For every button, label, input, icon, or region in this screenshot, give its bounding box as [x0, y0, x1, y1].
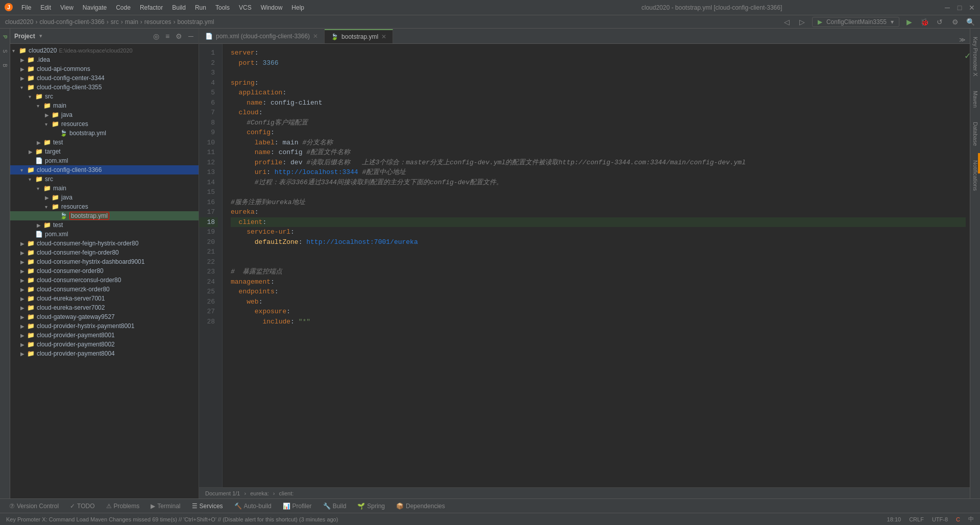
tree-item-eureka-server7001[interactable]: ▶ 📁 cloud-eureka-server7001 [10, 294, 199, 303]
project-hide-btn[interactable]: ─ [187, 31, 194, 41]
tree-label: main [53, 102, 66, 109]
tab-problems[interactable]: ⚠ Problems [101, 502, 145, 511]
project-collapse-btn[interactable]: ≡ [164, 31, 170, 41]
tree-item-cloud-config-client-3366[interactable]: ▾ 📁 cloud-config-client-3366 [10, 165, 199, 174]
tree-item-consul-order80[interactable]: ▶ 📁 cloud-consumerconsul-order80 [10, 276, 199, 285]
tab-profiler[interactable]: 📊 Profiler [278, 502, 317, 511]
tab-bar: 📄 pom.xml (cloud-config-client-3366) ✕ 🍃… [199, 29, 970, 44]
run-config-selector[interactable]: ▶ ConfigClientMain3355 ▾ [812, 17, 899, 27]
menu-run[interactable]: Run [191, 3, 210, 12]
tree-item-feign-order80[interactable]: ▶ 📁 cloud-consumer-feign-order80 [10, 248, 199, 257]
tree-item-target-3355[interactable]: ▶ 📁 target [10, 147, 199, 156]
menu-code[interactable]: Code [112, 3, 135, 12]
project-header: Project ▾ ◎ ≡ ⚙ ─ [10, 29, 199, 44]
project-icon[interactable]: P [1, 33, 9, 41]
tab-services[interactable]: ☰ Services [187, 502, 228, 511]
tab-close-bootstrap[interactable]: ✕ [381, 33, 386, 40]
menu-tools[interactable]: Tools [211, 3, 234, 12]
status-charset[interactable]: UTF-8 [932, 516, 948, 522]
menu-build[interactable]: Build [168, 3, 190, 12]
tree-item-zk-order80[interactable]: ▶ 📁 cloud-consumerzk-order80 [10, 285, 199, 294]
menu-refactor[interactable]: Refactor [136, 3, 167, 12]
tree-item-payment8004[interactable]: ▶ 📁 cloud-provider-payment8004 [10, 349, 199, 358]
close-button[interactable]: ✕ [968, 4, 976, 12]
breadcrumb-main[interactable]: main [125, 18, 138, 26]
tab-dependencies[interactable]: 📦 Dependencies [391, 502, 450, 511]
maximize-button[interactable]: □ [955, 4, 964, 12]
tree-item-feign-hystrix-order80[interactable]: ▶ 📁 cloud-consumer-feign-hystrix-order80 [10, 239, 199, 248]
forward-button[interactable]: ▷ [797, 16, 808, 28]
status-line-col[interactable]: 18:10 [887, 516, 901, 522]
tree-item-cloud-config-client-3355[interactable]: ▾ 📁 cloud-config-client-3355 [10, 83, 199, 92]
tab-version-control[interactable]: ⑦ Version Control [4, 502, 64, 511]
tree-label: cloud-consumerzk-order80 [37, 286, 110, 293]
tree-item-resources-3355[interactable]: ▾ 📁 resources [10, 119, 199, 129]
tab-menu-button[interactable]: ≫ [955, 36, 970, 43]
run-config-label: ConfigClientMain3355 [826, 18, 887, 26]
tree-item-java-3355[interactable]: ▶ 📁 java [10, 110, 199, 119]
tree-item-hystrix-dashboard[interactable]: ▶ 📁 cloud-consumer-hystrix-dashboard9001 [10, 257, 199, 266]
key-promoter-panel[interactable]: Key Promoter X [971, 33, 979, 81]
tab-auto-build[interactable]: 🔨 Auto-build [229, 502, 277, 511]
status-crlf[interactable]: CRLF [909, 516, 924, 522]
structure-icon[interactable]: S [1, 47, 9, 55]
tree-item-test-3366[interactable]: ▶ 📁 test [10, 220, 199, 230]
tree-item-eureka-server7002[interactable]: ▶ 📁 cloud-eureka-server7002 [10, 303, 199, 312]
bookmarks-icon[interactable]: B [1, 61, 9, 69]
tree-item-idea[interactable]: ▶ 📁 .idea [10, 55, 199, 64]
project-settings-btn[interactable]: ⚙ [175, 31, 183, 41]
database-panel[interactable]: Database [971, 118, 979, 150]
breadcrumb-src[interactable]: src [111, 18, 119, 26]
tab-spring[interactable]: 🌱 Spring [352, 502, 390, 511]
tree-arrow: ▶ [20, 323, 27, 329]
breadcrumb-resources[interactable]: resources [144, 18, 172, 26]
debug-button[interactable]: 🐞 [919, 16, 930, 28]
tree-item-test-3355[interactable]: ▶ 📁 test [10, 138, 199, 147]
tree-arrow: ▶ [45, 195, 51, 201]
menu-file[interactable]: File [17, 3, 35, 12]
tab-pom-xml[interactable]: 📄 pom.xml (cloud-config-client-3366) ✕ [199, 29, 325, 43]
tree-arrow: ▶ [20, 287, 27, 292]
menu-edit[interactable]: Edit [36, 3, 55, 12]
tree-item-src-3366[interactable]: ▾ 📁 src [10, 174, 199, 184]
tree-item-src-3355[interactable]: ▾ 📁 src [10, 92, 199, 101]
tree-item-payment8002[interactable]: ▶ 📁 cloud-provider-payment8002 [10, 340, 199, 349]
menu-navigate[interactable]: Navigate [79, 3, 111, 12]
maven-panel[interactable]: Maven [971, 87, 979, 112]
tree-item-cloud-config-center-3344[interactable]: ▶ 📁 cloud-config-center-3344 [10, 73, 199, 83]
breadcrumb-file[interactable]: bootstrap.yml [178, 18, 214, 26]
minimize-button[interactable]: ─ [943, 4, 951, 12]
search-button[interactable]: 🔍 [965, 16, 976, 28]
refresh-button[interactable]: ↺ [934, 16, 945, 28]
menu-vcs[interactable]: VCS [235, 3, 256, 12]
tree-item-java-3366[interactable]: ▶ 📁 java [10, 193, 199, 202]
tree-item-gateway9527[interactable]: ▶ 📁 cloud-gateway-gateway9527 [10, 312, 199, 321]
tab-todo[interactable]: ✓ TODO [65, 502, 100, 511]
tab-close-pom[interactable]: ✕ [313, 33, 318, 40]
tab-build[interactable]: 🔧 Build [318, 502, 352, 511]
tab-terminal[interactable]: ▶ Terminal [145, 502, 185, 511]
tree-item-consumer-order80[interactable]: ▶ 📁 cloud-consumer-order80 [10, 266, 199, 276]
tree-item-hystrix-payment8001[interactable]: ▶ 📁 cloud-provider-hystrix-payment8001 [10, 321, 199, 331]
menu-view[interactable]: View [56, 3, 78, 12]
tree-item-main-3355[interactable]: ▾ 📁 main [10, 101, 199, 110]
breadcrumb-cloud2020[interactable]: cloud2020 [5, 18, 33, 26]
breadcrumb-module[interactable]: cloud-config-client-3366 [39, 18, 104, 26]
tree-item-cloud2020[interactable]: ▾ 📁 cloud2020 E:\idea-workspace\cloud202… [10, 46, 199, 55]
tree-item-resources-3366[interactable]: ▾ 📁 resources [10, 202, 199, 211]
back-button[interactable]: ◁ [781, 16, 793, 28]
tree-item-pom-3355[interactable]: 📄 pom.xml [10, 156, 199, 165]
tree-item-main-3366[interactable]: ▾ 📁 main [10, 184, 199, 193]
tab-bootstrap-yml[interactable]: 🍃 bootstrap.yml ✕ [325, 29, 393, 43]
tree-item-pom-3366[interactable]: 📄 pom.xml [10, 230, 199, 239]
tree-item-cloud-api-commons[interactable]: ▶ 📁 cloud-api-commons [10, 64, 199, 73]
settings-button[interactable]: ⚙ [949, 16, 961, 28]
menu-window[interactable]: Window [257, 3, 287, 12]
tree-item-bootstrap-3366[interactable]: 🍃 bootstrap.yml [10, 211, 199, 220]
menu-help[interactable]: Help [287, 3, 308, 12]
code-content[interactable]: server: port: 3366 spring: application: … [223, 44, 970, 487]
run-button[interactable]: ▶ [903, 16, 915, 28]
tree-item-bootstrap-3355[interactable]: 🍃 bootstrap.yml [10, 129, 199, 138]
project-locate-btn[interactable]: ◎ [152, 31, 160, 41]
tree-item-payment8001[interactable]: ▶ 📁 cloud-provider-payment8001 [10, 331, 199, 340]
